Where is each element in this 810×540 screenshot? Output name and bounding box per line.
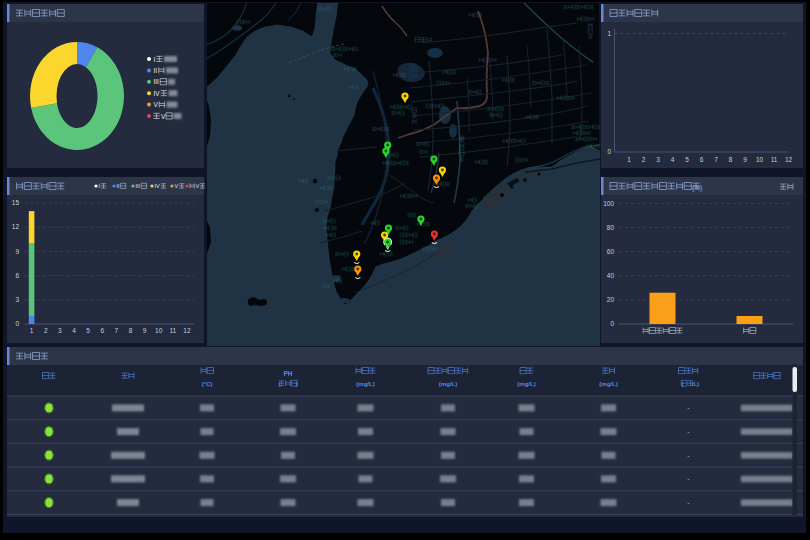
- svg-text:(mg/L): (mg/L): [439, 381, 457, 387]
- svg-text:(°C): (°C): [202, 381, 213, 387]
- svg-text:9: 9: [15, 248, 19, 255]
- svg-text:2: 2: [44, 327, 48, 334]
- svg-text:20: 20: [607, 296, 615, 303]
- svg-text:IV: IV: [155, 183, 161, 189]
- svg-text:9: 9: [143, 327, 147, 334]
- svg-text:(%): (%): [692, 184, 702, 192]
- svg-text:40: 40: [607, 272, 615, 279]
- svg-text:III: III: [136, 183, 141, 189]
- svg-text:4: 4: [72, 327, 76, 334]
- svg-text:V: V: [175, 183, 179, 189]
- svg-text:II: II: [117, 183, 121, 189]
- svg-text:8: 8: [129, 327, 133, 334]
- svg-text:IV: IV: [154, 90, 161, 97]
- svg-text:6: 6: [15, 272, 19, 279]
- svg-text:3: 3: [58, 327, 62, 334]
- svg-text:1: 1: [607, 30, 611, 37]
- svg-text:15: 15: [12, 199, 20, 206]
- svg-text:10: 10: [155, 327, 163, 334]
- svg-text:100: 100: [603, 200, 614, 207]
- svg-text:III: III: [154, 78, 160, 85]
- svg-text:PH: PH: [283, 370, 292, 377]
- svg-text:11: 11: [169, 327, 176, 334]
- svg-text:7: 7: [714, 156, 718, 163]
- svg-text:12: 12: [12, 223, 20, 230]
- svg-text:10: 10: [756, 156, 764, 163]
- svg-text:60: 60: [607, 248, 615, 255]
- svg-text:2: 2: [642, 156, 646, 163]
- svg-text:V: V: [196, 183, 200, 189]
- svg-text:): ): [296, 381, 298, 387]
- svg-text:(: (: [279, 381, 281, 387]
- svg-text:3: 3: [15, 296, 19, 303]
- svg-text:6: 6: [700, 156, 704, 163]
- svg-text:I: I: [154, 56, 156, 63]
- svg-text:II: II: [154, 67, 158, 74]
- svg-text:12: 12: [785, 156, 793, 163]
- svg-text:0: 0: [607, 148, 611, 155]
- svg-text:5: 5: [86, 327, 90, 334]
- svg-text:/L): /L): [692, 381, 699, 387]
- svg-text:9: 9: [743, 156, 747, 163]
- svg-text:4: 4: [671, 156, 675, 163]
- svg-text:7: 7: [115, 327, 119, 334]
- svg-text:12: 12: [183, 327, 191, 334]
- svg-text:1: 1: [627, 156, 631, 163]
- svg-text:(mg/L): (mg/L): [356, 381, 374, 387]
- svg-text:(mg/L): (mg/L): [517, 381, 535, 387]
- svg-text:3: 3: [656, 156, 660, 163]
- svg-text:V: V: [154, 101, 159, 108]
- svg-text:11: 11: [771, 156, 778, 163]
- svg-text:80: 80: [607, 224, 615, 231]
- svg-text:(mg/L): (mg/L): [599, 381, 617, 387]
- svg-text:1: 1: [30, 327, 34, 334]
- svg-text:V: V: [161, 113, 166, 120]
- svg-text:6: 6: [100, 327, 104, 334]
- svg-text:8: 8: [729, 156, 733, 163]
- svg-text:0: 0: [610, 320, 614, 327]
- svg-text:5: 5: [685, 156, 689, 163]
- svg-text:0: 0: [15, 320, 19, 327]
